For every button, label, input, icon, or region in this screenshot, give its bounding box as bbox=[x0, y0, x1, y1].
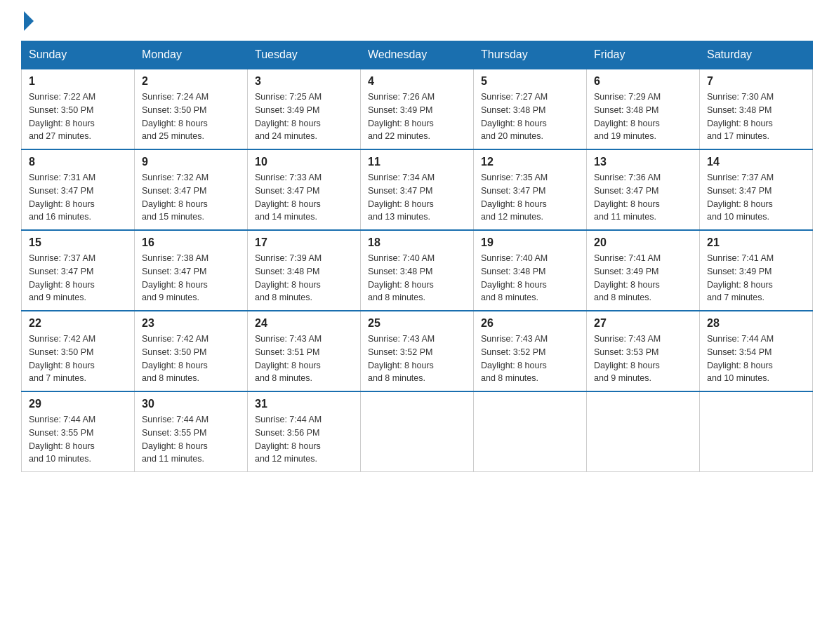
calendar-cell: 23 Sunrise: 7:42 AM Sunset: 3:50 PM Dayl… bbox=[135, 311, 248, 391]
day-info: Sunrise: 7:36 AM Sunset: 3:47 PM Dayligh… bbox=[594, 171, 692, 224]
calendar-cell: 19 Sunrise: 7:40 AM Sunset: 3:48 PM Dayl… bbox=[474, 230, 587, 311]
day-number: 26 bbox=[481, 317, 579, 330]
calendar-cell: 24 Sunrise: 7:43 AM Sunset: 3:51 PM Dayl… bbox=[248, 311, 361, 391]
day-info: Sunrise: 7:44 AM Sunset: 3:54 PM Dayligh… bbox=[707, 333, 805, 385]
day-number: 7 bbox=[707, 75, 805, 88]
week-row-1: 1 Sunrise: 7:22 AM Sunset: 3:50 PM Dayli… bbox=[22, 69, 813, 149]
day-number: 12 bbox=[481, 156, 579, 168]
calendar-cell bbox=[587, 391, 700, 472]
day-info: Sunrise: 7:44 AM Sunset: 3:56 PM Dayligh… bbox=[255, 413, 353, 466]
day-info: Sunrise: 7:42 AM Sunset: 3:50 PM Dayligh… bbox=[29, 333, 127, 385]
calendar-cell: 27 Sunrise: 7:43 AM Sunset: 3:53 PM Dayl… bbox=[587, 311, 700, 391]
weekday-header-wednesday: Wednesday bbox=[361, 41, 474, 69]
day-number: 27 bbox=[594, 317, 692, 330]
calendar-cell: 10 Sunrise: 7:33 AM Sunset: 3:47 PM Dayl… bbox=[248, 149, 361, 230]
weekday-header-thursday: Thursday bbox=[474, 41, 587, 69]
day-info: Sunrise: 7:35 AM Sunset: 3:47 PM Dayligh… bbox=[481, 171, 579, 224]
day-info: Sunrise: 7:22 AM Sunset: 3:50 PM Dayligh… bbox=[29, 90, 127, 143]
day-number: 16 bbox=[142, 236, 240, 249]
calendar-cell: 4 Sunrise: 7:26 AM Sunset: 3:49 PM Dayli… bbox=[361, 69, 474, 149]
day-number: 6 bbox=[594, 75, 692, 88]
calendar-cell: 25 Sunrise: 7:43 AM Sunset: 3:52 PM Dayl… bbox=[361, 311, 474, 391]
calendar-cell: 22 Sunrise: 7:42 AM Sunset: 3:50 PM Dayl… bbox=[22, 311, 135, 391]
day-info: Sunrise: 7:29 AM Sunset: 3:48 PM Dayligh… bbox=[594, 90, 692, 143]
day-number: 3 bbox=[255, 75, 353, 88]
week-row-3: 15 Sunrise: 7:37 AM Sunset: 3:47 PM Dayl… bbox=[22, 230, 813, 311]
day-number: 20 bbox=[594, 236, 692, 249]
calendar-cell: 21 Sunrise: 7:41 AM Sunset: 3:49 PM Dayl… bbox=[700, 230, 813, 311]
week-row-5: 29 Sunrise: 7:44 AM Sunset: 3:55 PM Dayl… bbox=[22, 391, 813, 472]
day-info: Sunrise: 7:32 AM Sunset: 3:47 PM Dayligh… bbox=[142, 171, 240, 224]
calendar-cell: 3 Sunrise: 7:25 AM Sunset: 3:49 PM Dayli… bbox=[248, 69, 361, 149]
calendar-cell bbox=[474, 391, 587, 472]
day-info: Sunrise: 7:31 AM Sunset: 3:47 PM Dayligh… bbox=[29, 171, 127, 224]
day-number: 14 bbox=[707, 156, 805, 168]
day-number: 25 bbox=[368, 317, 466, 330]
calendar-cell: 7 Sunrise: 7:30 AM Sunset: 3:48 PM Dayli… bbox=[700, 69, 813, 149]
day-number: 23 bbox=[142, 317, 240, 330]
calendar-table: SundayMondayTuesdayWednesdayThursdayFrid… bbox=[21, 41, 813, 472]
day-number: 2 bbox=[142, 75, 240, 88]
calendar-cell: 29 Sunrise: 7:44 AM Sunset: 3:55 PM Dayl… bbox=[22, 391, 135, 472]
day-info: Sunrise: 7:34 AM Sunset: 3:47 PM Dayligh… bbox=[368, 171, 466, 224]
day-number: 29 bbox=[29, 398, 127, 410]
day-number: 21 bbox=[707, 236, 805, 249]
day-number: 19 bbox=[481, 236, 579, 249]
day-info: Sunrise: 7:44 AM Sunset: 3:55 PM Dayligh… bbox=[29, 413, 127, 466]
day-info: Sunrise: 7:25 AM Sunset: 3:49 PM Dayligh… bbox=[255, 90, 353, 143]
day-number: 18 bbox=[368, 236, 466, 249]
calendar-cell: 20 Sunrise: 7:41 AM Sunset: 3:49 PM Dayl… bbox=[587, 230, 700, 311]
day-number: 31 bbox=[255, 398, 353, 410]
day-number: 9 bbox=[142, 156, 240, 168]
page-header bbox=[21, 14, 813, 27]
calendar-cell: 9 Sunrise: 7:32 AM Sunset: 3:47 PM Dayli… bbox=[135, 149, 248, 230]
weekday-header-row: SundayMondayTuesdayWednesdayThursdayFrid… bbox=[22, 41, 813, 69]
day-number: 10 bbox=[255, 156, 353, 168]
weekday-header-friday: Friday bbox=[587, 41, 700, 69]
day-number: 28 bbox=[707, 317, 805, 330]
calendar-cell: 12 Sunrise: 7:35 AM Sunset: 3:47 PM Dayl… bbox=[474, 149, 587, 230]
day-info: Sunrise: 7:37 AM Sunset: 3:47 PM Dayligh… bbox=[707, 171, 805, 224]
calendar-cell: 28 Sunrise: 7:44 AM Sunset: 3:54 PM Dayl… bbox=[700, 311, 813, 391]
day-number: 24 bbox=[255, 317, 353, 330]
calendar-cell: 15 Sunrise: 7:37 AM Sunset: 3:47 PM Dayl… bbox=[22, 230, 135, 311]
day-number: 13 bbox=[594, 156, 692, 168]
calendar-cell: 8 Sunrise: 7:31 AM Sunset: 3:47 PM Dayli… bbox=[22, 149, 135, 230]
day-info: Sunrise: 7:40 AM Sunset: 3:48 PM Dayligh… bbox=[368, 252, 466, 304]
calendar-cell: 26 Sunrise: 7:43 AM Sunset: 3:52 PM Dayl… bbox=[474, 311, 587, 391]
week-row-2: 8 Sunrise: 7:31 AM Sunset: 3:47 PM Dayli… bbox=[22, 149, 813, 230]
calendar-cell: 17 Sunrise: 7:39 AM Sunset: 3:48 PM Dayl… bbox=[248, 230, 361, 311]
calendar-cell: 16 Sunrise: 7:38 AM Sunset: 3:47 PM Dayl… bbox=[135, 230, 248, 311]
weekday-header-tuesday: Tuesday bbox=[248, 41, 361, 69]
day-info: Sunrise: 7:43 AM Sunset: 3:52 PM Dayligh… bbox=[481, 333, 579, 385]
calendar-cell bbox=[361, 391, 474, 472]
calendar-cell: 1 Sunrise: 7:22 AM Sunset: 3:50 PM Dayli… bbox=[22, 69, 135, 149]
day-info: Sunrise: 7:26 AM Sunset: 3:49 PM Dayligh… bbox=[368, 90, 466, 143]
day-info: Sunrise: 7:43 AM Sunset: 3:51 PM Dayligh… bbox=[255, 333, 353, 385]
day-info: Sunrise: 7:37 AM Sunset: 3:47 PM Dayligh… bbox=[29, 252, 127, 304]
calendar-cell: 30 Sunrise: 7:44 AM Sunset: 3:55 PM Dayl… bbox=[135, 391, 248, 472]
day-info: Sunrise: 7:33 AM Sunset: 3:47 PM Dayligh… bbox=[255, 171, 353, 224]
day-info: Sunrise: 7:44 AM Sunset: 3:55 PM Dayligh… bbox=[142, 413, 240, 466]
week-row-4: 22 Sunrise: 7:42 AM Sunset: 3:50 PM Dayl… bbox=[22, 311, 813, 391]
calendar-cell: 31 Sunrise: 7:44 AM Sunset: 3:56 PM Dayl… bbox=[248, 391, 361, 472]
calendar-cell bbox=[700, 391, 813, 472]
calendar-cell: 11 Sunrise: 7:34 AM Sunset: 3:47 PM Dayl… bbox=[361, 149, 474, 230]
calendar-cell: 13 Sunrise: 7:36 AM Sunset: 3:47 PM Dayl… bbox=[587, 149, 700, 230]
calendar-cell: 14 Sunrise: 7:37 AM Sunset: 3:47 PM Dayl… bbox=[700, 149, 813, 230]
logo bbox=[21, 14, 34, 27]
calendar-cell: 2 Sunrise: 7:24 AM Sunset: 3:50 PM Dayli… bbox=[135, 69, 248, 149]
day-info: Sunrise: 7:43 AM Sunset: 3:52 PM Dayligh… bbox=[368, 333, 466, 385]
day-info: Sunrise: 7:30 AM Sunset: 3:48 PM Dayligh… bbox=[707, 90, 805, 143]
day-number: 5 bbox=[481, 75, 579, 88]
day-info: Sunrise: 7:24 AM Sunset: 3:50 PM Dayligh… bbox=[142, 90, 240, 143]
day-number: 22 bbox=[29, 317, 127, 330]
day-number: 8 bbox=[29, 156, 127, 168]
logo-arrow-icon bbox=[24, 11, 34, 31]
day-number: 1 bbox=[29, 75, 127, 88]
day-number: 30 bbox=[142, 398, 240, 410]
day-number: 4 bbox=[368, 75, 466, 88]
weekday-header-sunday: Sunday bbox=[22, 41, 135, 69]
day-info: Sunrise: 7:38 AM Sunset: 3:47 PM Dayligh… bbox=[142, 252, 240, 304]
day-info: Sunrise: 7:41 AM Sunset: 3:49 PM Dayligh… bbox=[594, 252, 692, 304]
